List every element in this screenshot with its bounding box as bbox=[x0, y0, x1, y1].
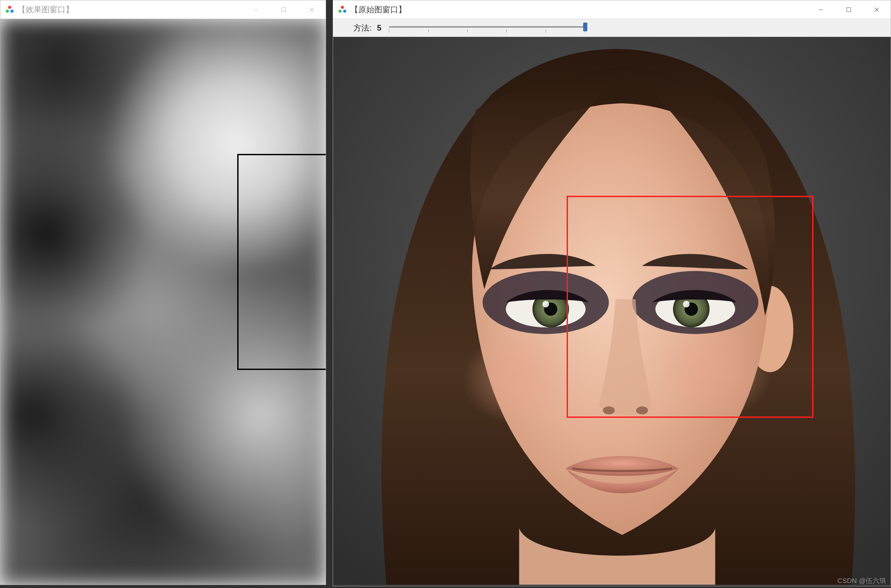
minimize-button[interactable] bbox=[807, 0, 835, 19]
method-trackbar[interactable] bbox=[389, 21, 585, 34]
roi-selection-rect[interactable] bbox=[567, 196, 813, 418]
svg-point-0 bbox=[8, 6, 11, 9]
svg-point-2 bbox=[10, 10, 13, 13]
method-trackbar-value: 5 bbox=[377, 23, 385, 33]
svg-rect-11 bbox=[847, 8, 851, 12]
maximize-button[interactable] bbox=[270, 0, 298, 19]
close-button[interactable] bbox=[863, 0, 891, 19]
original-window-title: 【原始图窗口】 bbox=[350, 4, 406, 15]
effect-window: 【效果图窗口】 bbox=[0, 0, 326, 585]
svg-point-16 bbox=[463, 332, 576, 426]
trackbar-groove bbox=[389, 26, 585, 28]
svg-point-7 bbox=[341, 6, 344, 9]
effect-window-titlebar[interactable]: 【效果图窗口】 bbox=[0, 0, 326, 19]
svg-point-1 bbox=[6, 10, 9, 13]
svg-point-9 bbox=[343, 10, 346, 13]
effect-window-controls bbox=[242, 0, 326, 19]
opencv-icon bbox=[5, 5, 14, 14]
opencv-icon bbox=[338, 5, 347, 14]
effect-window-client bbox=[0, 19, 326, 585]
original-image-area bbox=[333, 37, 891, 586]
svg-point-26 bbox=[542, 301, 549, 308]
original-window-controls bbox=[807, 0, 891, 19]
svg-rect-4 bbox=[282, 8, 286, 12]
method-trackbar-label: 方法: bbox=[337, 22, 374, 33]
trackbar-ticks bbox=[389, 29, 585, 33]
original-window-client: 方法: 5 bbox=[333, 19, 891, 586]
close-button[interactable] bbox=[298, 0, 326, 19]
original-window-titlebar[interactable]: 【原始图窗口】 bbox=[333, 0, 891, 19]
original-window: 【原始图窗口】 方法: 5 bbox=[333, 0, 891, 586]
method-trackbar-row: 方法: 5 bbox=[333, 19, 891, 37]
maximize-button[interactable] bbox=[835, 0, 863, 19]
minimize-button[interactable] bbox=[242, 0, 270, 19]
effect-window-title: 【效果图窗口】 bbox=[18, 4, 74, 15]
svg-point-8 bbox=[339, 10, 342, 13]
desktop: 【效果图窗口】 【原始图窗口】 bbox=[0, 0, 891, 588]
effect-selection-rect[interactable] bbox=[237, 154, 326, 370]
